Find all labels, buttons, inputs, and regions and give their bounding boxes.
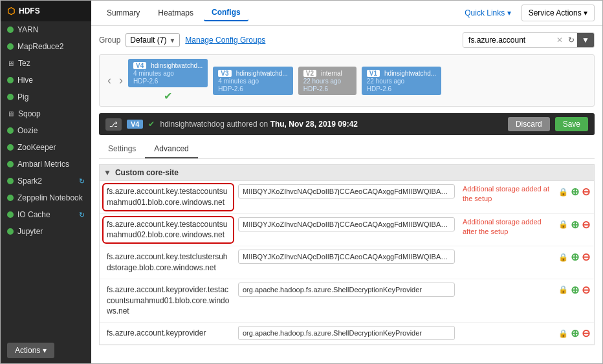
config-key: fs.azure.account.key.testclustersuhdstor…	[104, 250, 233, 275]
add-property-icon[interactable]: ⊕	[571, 327, 579, 339]
quick-links-label: Quick Links ▾	[465, 8, 510, 17]
version-next-arrow[interactable]: ›	[116, 74, 126, 87]
sidebar-item-mapreduce2[interactable]: MapReduce2	[1, 38, 91, 55]
sidebar-item-sqoop[interactable]: 🖥 Sqoop	[1, 105, 91, 122]
sidebar-item-label: Pig	[17, 92, 85, 102]
config-row: fs.azure.account.keyprovider 🔒 ⊕ ⊖	[100, 323, 594, 345]
version-prev-arrow[interactable]: ‹	[105, 74, 114, 87]
lock-icon[interactable]: 🔒	[558, 329, 568, 338]
sidebar-item-label: IO Cache	[17, 210, 75, 219]
version-time-v4: 4 minutes ago	[133, 70, 174, 77]
sidebar-header: ⬡ HDFS	[1, 1, 91, 21]
config-actions: 🔒 ⊕ ⊖	[558, 283, 590, 296]
add-property-icon[interactable]: ⊕	[571, 219, 579, 231]
sidebar-item-label: Sqoop	[18, 109, 85, 118]
manage-config-groups-link[interactable]: Manage Config Groups	[185, 36, 265, 45]
tab-configs[interactable]: Configs	[204, 5, 248, 21]
config-value-input[interactable]	[238, 184, 455, 198]
group-select-dropdown[interactable]: Default (7) ▼	[126, 33, 180, 47]
sidebar-item-jupyter[interactable]: Jupyter	[1, 223, 91, 240]
section-body: fs.azure.account.key.testaccountsumahmud…	[99, 181, 595, 345]
quick-links[interactable]: Quick Links ▾	[465, 8, 510, 17]
section-header[interactable]: ▼ Custom core-site	[99, 164, 595, 181]
lock-icon[interactable]: 🔒	[558, 253, 568, 262]
sidebar-item-zeppelin[interactable]: Zeppelin Notebook	[1, 189, 91, 206]
version-name-v3: hdinsightwatchd...	[236, 70, 288, 77]
branch-icon: ⎇	[105, 118, 122, 131]
config-value-input[interactable]	[238, 217, 455, 231]
sidebar-item-label: Jupyter	[17, 227, 85, 236]
chevron-down-icon: ▼	[169, 37, 175, 44]
actions-button[interactable]: Actions ▾	[7, 343, 54, 358]
discard-button[interactable]: Discard	[508, 117, 550, 131]
chevron-icon: ▼	[104, 168, 111, 177]
search-dropdown-icon[interactable]: ▼	[577, 33, 594, 47]
version-card-v3[interactable]: V3 hdinsightwatchd... 4 minutes ago HDP-…	[213, 67, 292, 95]
monitor-icon: 🖥	[7, 59, 14, 67]
group-select-value: Default (7)	[130, 36, 166, 45]
version-hdp-v1: HDP-2.6	[367, 85, 391, 92]
version-card-v2[interactable]: V2 internal 22 hours ago HDP-2.6	[298, 67, 356, 95]
version-check-v4: ✔	[164, 90, 172, 102]
clear-icon[interactable]: ✕	[554, 36, 565, 45]
refresh-icon: ↻	[79, 211, 85, 219]
sidebar-item-ambari-metrics[interactable]: Ambari Metrics	[1, 156, 91, 173]
save-button[interactable]: Save	[555, 117, 588, 131]
tab-settings[interactable]: Settings	[99, 140, 145, 158]
authored-date: Thu, Nov 28, 2019 09:42	[270, 120, 358, 129]
config-row: fs.azure.account.key.testclustersuhdstor…	[100, 246, 594, 279]
active-version-bar: ⎇ V4 ✔ hdinsightwatchdog authored on Thu…	[99, 113, 595, 135]
tab-summary[interactable]: Summary	[99, 5, 148, 21]
sidebar-item-io-cache[interactable]: IO Cache ↻	[1, 206, 91, 223]
refresh-icon: ↻	[79, 177, 85, 186]
sidebar-item-hive[interactable]: Hive	[1, 72, 91, 89]
refresh-search-icon[interactable]: ↻	[565, 36, 577, 45]
config-note: Additional storage added after the setup	[463, 217, 553, 237]
version-hdp-v4: HDP-2.6	[133, 78, 158, 85]
remove-property-icon[interactable]: ⊖	[582, 219, 590, 231]
lock-icon[interactable]: 🔒	[558, 187, 568, 197]
authored-text: hdinsightwatchdog authored on Thu, Nov 2…	[160, 120, 502, 129]
sidebar-item-yarn[interactable]: YARN	[1, 21, 91, 38]
remove-property-icon[interactable]: ⊖	[582, 327, 590, 339]
version-badge-v1: V1	[367, 70, 380, 77]
add-property-icon[interactable]: ⊕	[571, 284, 579, 296]
sidebar-item-label: YARN	[17, 25, 85, 34]
version-bar: ‹ › V4 hdinsightwatchd... 4 minutes ago …	[99, 54, 595, 107]
sidebar-item-label: ZooKeeper	[17, 143, 85, 152]
config-value-input[interactable]	[238, 326, 455, 340]
add-property-icon[interactable]: ⊕	[571, 186, 579, 198]
config-row: fs.azure.account.keyprovider.testaccount…	[100, 279, 594, 323]
tab-advanced[interactable]: Advanced	[145, 140, 197, 158]
config-value-input[interactable]	[238, 250, 455, 264]
remove-property-icon[interactable]: ⊖	[582, 284, 590, 296]
sidebar: ⬡ HDFS YARN MapReduce2 🖥 Tez Hive Pig 🖥 …	[1, 1, 91, 363]
version-badge-v2: V2	[303, 70, 316, 77]
zookeeper-status-dot	[7, 144, 14, 151]
active-check-icon: ✔	[148, 120, 155, 129]
version-card-v4[interactable]: V4 hdinsightwatchd... 4 minutes ago HDP-…	[128, 59, 208, 87]
sidebar-item-tez[interactable]: 🖥 Tez	[1, 55, 91, 72]
lock-icon[interactable]: 🔒	[558, 220, 568, 229]
remove-property-icon[interactable]: ⊖	[582, 186, 590, 198]
remove-property-icon[interactable]: ⊖	[582, 251, 590, 263]
add-property-icon[interactable]: ⊕	[571, 251, 579, 263]
search-input[interactable]	[463, 33, 554, 47]
version-card-v1[interactable]: V1 hdinsightwatchd... 22 hours ago HDP-2…	[362, 67, 441, 95]
jupyter-status-dot	[7, 228, 14, 235]
sidebar-item-spark2[interactable]: Spark2 ↻	[1, 173, 91, 189]
version-time-v1: 22 hours ago	[367, 78, 404, 85]
mapreduce2-status-dot	[7, 43, 14, 50]
sidebar-item-oozie[interactable]: Oozie	[1, 122, 91, 139]
sidebar-title: HDFS	[19, 6, 40, 16]
actions-label: Actions ▾	[15, 346, 47, 355]
sidebar-item-label: Oozie	[17, 126, 85, 135]
pig-status-dot	[7, 94, 14, 100]
lock-icon[interactable]: 🔒	[558, 285, 568, 294]
service-actions-button[interactable]: Service Actions ▾	[521, 5, 595, 21]
sidebar-item-zookeeper[interactable]: ZooKeeper	[1, 139, 91, 156]
config-value-input[interactable]	[238, 283, 455, 297]
sidebar-item-pig[interactable]: Pig	[1, 89, 91, 105]
tab-heatmaps[interactable]: Heatmaps	[150, 5, 201, 21]
config-key: fs.azure.account.key.testaccountsumahmud…	[104, 217, 233, 243]
